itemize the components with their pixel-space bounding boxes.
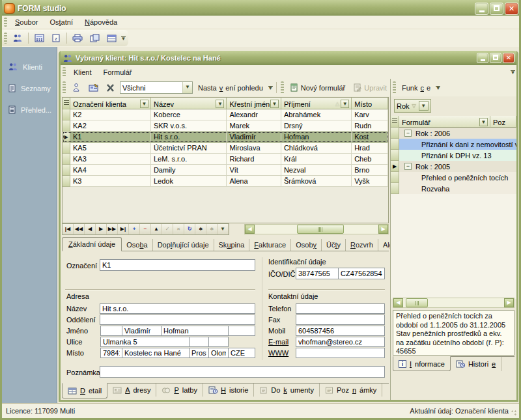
column-header-0[interactable]: Označení klienta ▼ bbox=[70, 98, 151, 109]
client-maximize-button[interactable] bbox=[490, 53, 501, 63]
chevron-down-icon[interactable]: ▼ bbox=[341, 100, 349, 108]
collapse-icon[interactable]: − bbox=[404, 163, 412, 170]
group-by-rok-button[interactable]: Rok ▽ ▼ bbox=[394, 99, 431, 113]
sidebar-item-klienti[interactable]: Klienti bbox=[2, 59, 57, 75]
chevron-down-icon[interactable]: ▼ bbox=[182, 82, 192, 93]
grid-horizontal-scrollbar[interactable]: ◀ ▶ bbox=[244, 224, 389, 234]
nazev-field[interactable] bbox=[100, 303, 255, 314]
sidebar-item-seznamy[interactable]: Seznamy bbox=[2, 80, 57, 96]
post-edit-button[interactable]: ✓ bbox=[162, 224, 173, 234]
tab-detail[interactable]: Detail bbox=[62, 383, 107, 399]
functions-button[interactable]: Funkce bbox=[398, 83, 434, 93]
row-selector[interactable] bbox=[391, 150, 399, 161]
tab-historie[interactable]: Historie bbox=[451, 357, 501, 371]
table-row[interactable]: KA2SKR v.o.s.MarekDrsnýRudn bbox=[63, 120, 388, 132]
table-row[interactable]: ▶K1Hit s.r.o.VladimírHofmanKost bbox=[63, 132, 388, 143]
row-selector[interactable] bbox=[391, 139, 399, 150]
email-field[interactable] bbox=[296, 337, 385, 347]
titul-field[interactable] bbox=[100, 326, 122, 336]
copy-icon-button[interactable] bbox=[87, 31, 102, 45]
okres-field[interactable] bbox=[189, 348, 209, 358]
tab-skupina[interactable]: Skupina bbox=[214, 239, 250, 251]
person-icon-button[interactable] bbox=[68, 81, 84, 94]
chevron-down-icon[interactable]: ▼ bbox=[479, 118, 488, 126]
minimize-button[interactable] bbox=[475, 3, 488, 15]
chevron-down-icon[interactable]: ▼ bbox=[270, 100, 279, 108]
zeme-field[interactable] bbox=[228, 348, 255, 358]
dic-field[interactable] bbox=[338, 268, 385, 279]
row-selector[interactable] bbox=[391, 128, 399, 139]
functions-toolbar-grip[interactable] bbox=[393, 81, 396, 94]
menu-item-Ostatní[interactable]: Ostatní bbox=[44, 17, 78, 27]
tab-informace[interactable]: iInformace bbox=[393, 356, 451, 371]
table-row[interactable]: K3LedokAlenaŠrámkováVyšk bbox=[63, 176, 388, 187]
toolbar-grip[interactable] bbox=[4, 33, 7, 44]
chevron-down-icon[interactable]: ▼ bbox=[216, 100, 224, 108]
scroll-left-icon[interactable]: ◀ bbox=[393, 298, 403, 307]
row-selector[interactable] bbox=[391, 183, 399, 194]
tab--ty[interactable]: Účty bbox=[322, 239, 346, 251]
fax-field[interactable] bbox=[296, 315, 385, 325]
www-field[interactable] bbox=[296, 348, 385, 358]
tree-row[interactable]: ▶ −Rok : 2005 bbox=[391, 161, 516, 172]
row-selector[interactable] bbox=[63, 120, 70, 132]
poznamka-field[interactable] bbox=[100, 366, 385, 378]
sidebar-item-pehled[interactable]: Přehled... bbox=[2, 102, 57, 118]
column-chooser-icon[interactable] bbox=[63, 98, 70, 109]
tab-dokumenty[interactable]: Dokumenty bbox=[254, 384, 320, 397]
client-menu-grip[interactable] bbox=[63, 67, 66, 77]
scroll-right-icon[interactable]: ▶ bbox=[504, 298, 514, 307]
tab-z-kladn-daje[interactable]: Základní údaje bbox=[62, 237, 122, 251]
tab-osoba[interactable]: Osoba bbox=[122, 239, 152, 251]
krestni-jmeno-field[interactable] bbox=[122, 326, 162, 336]
tree-row[interactable]: Rozvaha bbox=[391, 183, 516, 194]
goto-bookmark-button[interactable]: ∗ bbox=[206, 224, 218, 234]
client-close-button[interactable]: ✕ bbox=[503, 53, 514, 63]
row-selector[interactable] bbox=[391, 172, 399, 183]
client-filter-combobox[interactable]: Všichni ▼ bbox=[120, 81, 193, 94]
form-toolbar-grip[interactable] bbox=[281, 81, 284, 94]
print-icon-button[interactable] bbox=[70, 31, 85, 45]
column-header-1[interactable]: Název ▼ bbox=[151, 98, 227, 109]
first-record-button[interactable]: |◀ bbox=[63, 224, 74, 234]
cancel-edit-button[interactable]: × bbox=[173, 224, 184, 234]
insert-record-button[interactable]: + bbox=[129, 224, 140, 234]
column-chooser-icon[interactable] bbox=[391, 116, 399, 128]
scroll-left-icon[interactable]: ◀ bbox=[245, 225, 255, 234]
prior-page-button[interactable]: ◀◀ bbox=[74, 224, 85, 234]
last-record-button[interactable]: ▶| bbox=[118, 224, 129, 234]
ulice-c1-field[interactable] bbox=[189, 337, 209, 347]
card-edit-icon-button[interactable] bbox=[85, 81, 101, 94]
chevron-down-icon[interactable]: ▼ bbox=[140, 100, 148, 108]
forms-icon-button[interactable]: z bbox=[48, 31, 64, 45]
client-menu-item-Formulář[interactable]: Formulář bbox=[98, 67, 138, 77]
clients-icon-button[interactable] bbox=[10, 31, 25, 45]
tab-fakturace[interactable]: Fakturace bbox=[249, 239, 291, 251]
close-button[interactable]: ✕ bbox=[505, 3, 518, 15]
ulice-field[interactable] bbox=[100, 337, 190, 347]
menu-item-Soubor[interactable]: Soubor bbox=[9, 17, 44, 27]
kraj-field[interactable] bbox=[208, 348, 229, 358]
refresh-button[interactable]: ↻ bbox=[184, 224, 195, 234]
scroll-right-icon[interactable]: ▶ bbox=[378, 225, 388, 234]
tab-rozvrh[interactable]: Rozvrh bbox=[346, 239, 378, 251]
tree-row[interactable]: Přiznání k dani z nemovitostí vz bbox=[391, 139, 516, 150]
tree-row[interactable]: Přiznání k DPH vz. 13 bbox=[391, 150, 516, 161]
row-selector[interactable] bbox=[63, 143, 70, 154]
email-link-label[interactable]: E-mail bbox=[268, 338, 289, 346]
delete-client-icon-button[interactable] bbox=[102, 81, 118, 94]
row-selector[interactable] bbox=[63, 165, 70, 176]
tab-historie[interactable]: Historie bbox=[203, 384, 254, 397]
new-form-button[interactable]: Nový formulář bbox=[286, 82, 349, 93]
chevron-down-icon[interactable]: ▼ bbox=[419, 101, 429, 111]
tab-platby[interactable]: Platby bbox=[156, 384, 203, 397]
row-selector[interactable]: ▶ bbox=[63, 132, 70, 143]
menu-overflow-icon[interactable]: ▼ bbox=[509, 65, 516, 79]
client-toolbar-grip[interactable] bbox=[63, 81, 66, 94]
collapse-icon[interactable]: − bbox=[404, 130, 412, 137]
tab-dopl-uj-c-daje[interactable]: Doplňující údaje bbox=[153, 239, 214, 251]
next-record-button[interactable]: ▶ bbox=[96, 224, 107, 234]
tree-row[interactable]: Přehled o peněžních tocích bbox=[391, 172, 516, 183]
prijmeni-field[interactable] bbox=[161, 326, 229, 336]
column-header-4[interactable]: Místo bbox=[352, 98, 388, 109]
